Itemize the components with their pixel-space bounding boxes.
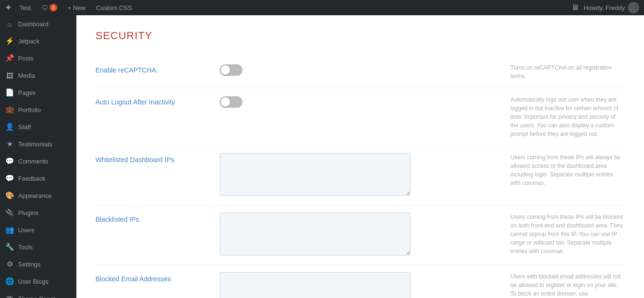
settings-icon: ⚙ <box>5 260 14 268</box>
sidebar-item-users[interactable]: 👥 Users <box>0 221 76 238</box>
control-recaptcha <box>220 63 501 78</box>
comments-icon: 💬 <box>5 157 14 165</box>
user-avatar <box>628 2 639 13</box>
help-blocked-emails: Users with blocked email addresses will … <box>501 272 625 298</box>
sidebar: ⌂ Dashboard ⚡ Jetpack 📌 Posts 🖼 Media 📄 … <box>0 15 76 298</box>
admin-bar-site[interactable]: Test <box>17 0 34 15</box>
settings-row-whitelisted-ips: Whitelisted Dashboard IPs Users coming f… <box>95 146 625 206</box>
sidebar-item-label: Appearance <box>18 192 52 199</box>
comment-count: 0 <box>50 4 57 11</box>
wp-logo-icon[interactable]: ✦ <box>5 2 12 13</box>
sidebar-item-label: Plugins <box>18 209 39 216</box>
sidebar-item-portfolio[interactable]: 💼 Portfolio <box>0 101 76 118</box>
admin-bar-comments[interactable]: 🗨 0 <box>39 0 60 15</box>
sidebar-item-staff[interactable]: 👤 Staff <box>0 118 76 135</box>
control-blocked-emails <box>220 272 501 298</box>
help-blacklisted-ips: Users coming from these IPs will be bloc… <box>501 213 625 256</box>
posts-icon: 📌 <box>5 54 14 62</box>
toggle-recaptcha[interactable] <box>220 64 243 76</box>
sidebar-item-label: Pages <box>18 89 36 96</box>
jetpack-icon: ⚡ <box>5 37 14 45</box>
appearance-icon: 🎨 <box>5 191 14 200</box>
sidebar-item-settings[interactable]: ⚙ Settings <box>0 256 76 273</box>
new-button[interactable]: + New <box>65 0 88 15</box>
sidebar-item-label: Settings <box>18 261 41 268</box>
users-icon: 👥 <box>5 226 14 234</box>
sidebar-item-appearance[interactable]: 🎨 Appearance <box>0 187 76 204</box>
admin-bar: ✦ Test 🗨 0 + New Custom CSS 🖥 Howdy, Fre… <box>0 0 644 15</box>
settings-row-blocked-emails: Blocked Email Addresses Users with block… <box>95 265 625 298</box>
help-auto-logout: Automatically logs out user when they ar… <box>501 95 625 138</box>
sidebar-item-label: Users <box>18 226 34 234</box>
settings-row-blacklisted-ips: Blacklisted IPs Users coming from these … <box>95 206 625 265</box>
sidebar-item-jetpack[interactable]: ⚡ Jetpack <box>0 32 76 50</box>
tools-icon: 🔧 <box>5 243 14 251</box>
admin-bar-left: ✦ Test 🗨 0 + New Custom CSS <box>5 0 566 15</box>
howdy-label: Howdy, Freddy <box>584 4 625 11</box>
control-whitelisted-ips <box>220 153 501 198</box>
sidebar-item-label: Theme Panel <box>18 295 55 298</box>
plugins-icon: 🔌 <box>5 208 14 217</box>
howdy-text: Howdy, Freddy <box>584 2 639 13</box>
comment-icon: 🗨 <box>42 4 48 11</box>
feedback-icon: 💬 <box>5 174 14 183</box>
user-blogs-icon: 🌐 <box>5 277 14 286</box>
fields-container: Enable reCAPTCHA: Turns on reCAPTCHA on … <box>95 56 625 298</box>
custom-css-label: Custom CSS <box>96 4 132 11</box>
admin-bar-site-name: Test <box>20 4 31 11</box>
sidebar-item-label: Portfolio <box>18 106 41 113</box>
sidebar-item-user-blogs[interactable]: 🌐 User Blogs <box>0 273 76 290</box>
custom-css-button[interactable]: Custom CSS <box>93 0 135 15</box>
media-icon: 🖼 <box>5 72 14 80</box>
sidebar-item-theme-panel[interactable]: ▣ Theme Panel <box>0 290 76 298</box>
admin-bar-right: 🖥 Howdy, Freddy <box>571 2 639 13</box>
layout: ⌂ Dashboard ⚡ Jetpack 📌 Posts 🖼 Media 📄 … <box>0 15 644 298</box>
textarea-whitelisted-ips[interactable] <box>220 153 411 196</box>
label-whitelisted-ips: Whitelisted Dashboard IPs <box>95 153 220 164</box>
testimonials-icon: ★ <box>5 140 14 148</box>
label-recaptcha: Enable reCAPTCHA: <box>95 63 220 74</box>
label-blacklisted-ips: Blacklisted IPs <box>95 213 220 223</box>
sidebar-item-label: User Blogs <box>18 278 49 285</box>
control-auto-logout <box>220 95 501 110</box>
sidebar-item-plugins[interactable]: 🔌 Plugins <box>0 204 76 221</box>
sidebar-item-feedback[interactable]: 💬 Feedback <box>0 170 76 187</box>
textarea-blocked-emails[interactable] <box>220 272 411 298</box>
sidebar-item-media[interactable]: 🖼 Media <box>0 67 76 84</box>
main-content: SECURITY Enable reCAPTCHA: Turns on reCA… <box>76 15 644 298</box>
help-whitelisted-ips: Users coming from these IPs will always … <box>501 153 625 187</box>
sidebar-item-label: Staff <box>18 123 31 131</box>
sidebar-item-label: Comments <box>18 158 48 165</box>
sidebar-item-label: Testimonials <box>18 141 53 148</box>
settings-row-auto-logout: Auto Logout After Inactivity Automatical… <box>95 88 625 146</box>
label-blocked-emails: Blocked Email Addresses <box>95 272 220 283</box>
textarea-blacklisted-ips[interactable] <box>220 213 411 256</box>
sidebar-item-label: Tools <box>18 244 32 251</box>
settings-row-recaptcha: Enable reCAPTCHA: Turns on reCAPTCHA on … <box>95 56 625 88</box>
section-title: SECURITY <box>95 30 625 42</box>
sidebar-item-dashboard[interactable]: ⌂ Dashboard <box>0 15 76 32</box>
new-label: + New <box>68 4 85 11</box>
sidebar-item-label: Media <box>18 72 35 79</box>
sidebar-item-pages[interactable]: 📄 Pages <box>0 84 76 101</box>
sidebar-item-label: Dashboard <box>18 21 49 28</box>
screen-reader-icon: 🖥 <box>571 3 579 12</box>
sidebar-item-tools[interactable]: 🔧 Tools <box>0 238 76 256</box>
sidebar-item-label: Feedback <box>18 175 45 182</box>
sidebar-item-label: Jetpack <box>18 38 40 45</box>
sidebar-item-posts[interactable]: 📌 Posts <box>0 50 76 67</box>
theme-panel-icon: ▣ <box>5 294 14 298</box>
sidebar-item-comments[interactable]: 💬 Comments <box>0 153 76 170</box>
control-blacklisted-ips <box>220 213 501 257</box>
portfolio-icon: 💼 <box>5 105 14 114</box>
toggle-auto-logout[interactable] <box>220 96 243 108</box>
pages-icon: 📄 <box>5 88 14 97</box>
help-recaptcha: Turns on reCAPTCHA on all registration f… <box>501 63 625 81</box>
staff-icon: 👤 <box>5 123 14 131</box>
sidebar-item-label: Posts <box>18 55 34 62</box>
label-auto-logout: Auto Logout After Inactivity <box>95 95 220 106</box>
sidebar-item-testimonials[interactable]: ★ Testimonials <box>0 135 76 153</box>
dashboard-icon: ⌂ <box>5 20 14 28</box>
